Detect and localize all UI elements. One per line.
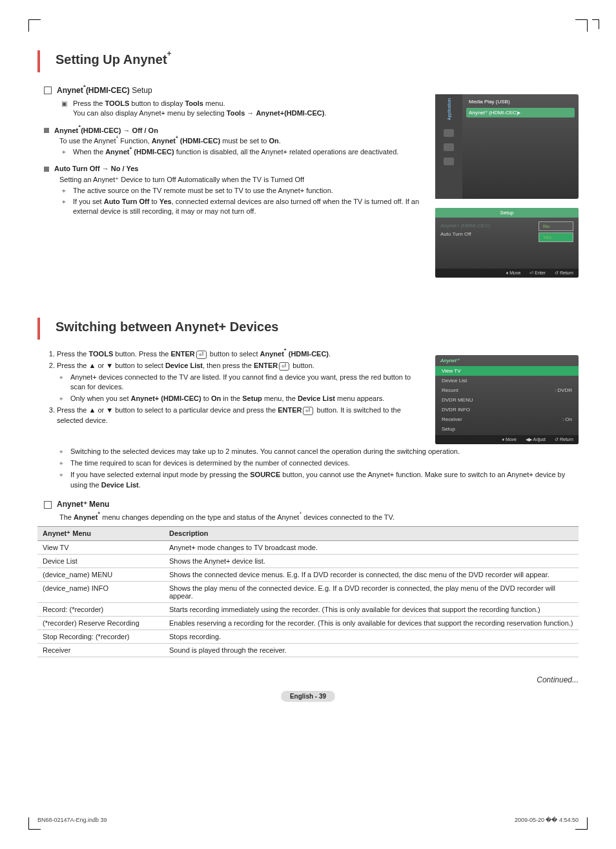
crop-mark xyxy=(28,19,41,32)
table-row: (device_name) INFOShows the play menu of… xyxy=(37,581,579,602)
menu-item: DVDR MENU xyxy=(435,395,579,405)
section-title: Switching between Anynet+ Devices xyxy=(37,318,579,340)
note-icon: ⌖ xyxy=(59,198,68,216)
menu-item: Anynet+ (HDMI-CEC) xyxy=(440,221,533,230)
table-cell-desc: Enables reserving a recording for the re… xyxy=(164,616,579,629)
hint-adjust: ◀▶ Adjust xyxy=(526,437,546,442)
table-cell-desc: Anynet+ mode changes to TV broadcast mod… xyxy=(164,540,579,554)
table-cell-desc: Sound is played through the receiver. xyxy=(164,643,579,657)
table-row: Stop Recording: (*recorder)Stops recordi… xyxy=(37,629,579,643)
menu-title: Anynet⁺ xyxy=(435,355,579,366)
bullet-heading: Auto Turn Off → No / Yes xyxy=(44,165,425,172)
table-cell-desc: Starts recording immediately using the r… xyxy=(164,602,579,616)
menu-item: Device List xyxy=(435,376,579,385)
menu-item: DVDR INFO xyxy=(435,405,579,414)
step-1: Press the TOOLS button. Press the ENTER⏎… xyxy=(57,349,425,360)
table-cell-desc: Stops recording. xyxy=(164,629,579,643)
checkbox-icon xyxy=(44,501,52,509)
sidebar-icon xyxy=(444,129,454,137)
step-3: Press the ▲ or ▼ button to select to a p… xyxy=(57,405,425,426)
menu-list: View TVDevice ListRecord: DVDRDVDR MENUD… xyxy=(435,366,579,434)
checkbox-icon xyxy=(44,87,52,94)
bullet-heading: Anynet+(HDMI-CEC) → Off / On xyxy=(44,126,425,134)
footer-bar: ♦ Move ⏎ Enter ↺ Return xyxy=(435,269,579,278)
enter-icon: ⏎ xyxy=(196,351,207,359)
section-title: Setting Up Anynet+ xyxy=(37,50,579,72)
hint-return: ↺ Return xyxy=(555,437,573,442)
note-icon: ⌖ xyxy=(57,471,66,491)
footer-timestamp: 2009-05-20 �� 4:54:50 xyxy=(515,817,579,823)
tv-screenshot-anynet-menu: Anynet⁺ View TVDevice ListRecord: DVDRDV… xyxy=(435,355,579,444)
menu-item: Setup xyxy=(435,424,579,434)
table-row: Record: (*recorder)Starts recording imme… xyxy=(37,602,579,616)
body-text: To use the Anynet+ Function, Anynet+ (HD… xyxy=(59,136,425,157)
enter-icon: ⏎ xyxy=(303,407,313,415)
section-switching-devices: Switching between Anynet+ Devices Press … xyxy=(37,318,579,702)
footer-bar: ♦ Move ◀▶ Adjust ↺ Return xyxy=(435,435,579,444)
body-text: The Anynet+ menu changes depending on th… xyxy=(59,513,579,522)
tools-icon: ▣ xyxy=(59,99,68,118)
table-row: Device ListShows the Anynet+ device list… xyxy=(37,554,579,568)
note-icon: ⌖ xyxy=(59,187,68,196)
note-icon: ⌖ xyxy=(57,373,66,393)
note-icon: ⌖ xyxy=(59,148,68,157)
note-icon: ⌖ xyxy=(57,447,66,457)
anynet-menu-table: Anynet⁺ Menu Description View TVAnynet+ … xyxy=(37,526,579,657)
section-setting-up-anynet: Setting Up Anynet+ Anynet+(HDMI-CEC) Set… xyxy=(37,50,579,281)
table-header-menu: Anynet⁺ Menu xyxy=(37,526,164,540)
sidebar-icon xyxy=(444,143,454,151)
crop-mark xyxy=(575,19,588,32)
indent-block: ▣ Press the TOOLS button to display Tool… xyxy=(59,99,425,118)
table-cell-menu: (device_name) MENU xyxy=(37,568,164,581)
square-bullet-icon xyxy=(44,167,49,172)
enter-icon: ⏎ xyxy=(279,362,289,371)
sub-heading: Anynet+(HDMI-CEC) Setup xyxy=(44,85,425,95)
table-cell-desc: Shows the connected device menus. E.g. I… xyxy=(164,568,579,581)
sidebar-label: Application xyxy=(447,98,451,120)
note-icon: ⌖ xyxy=(57,394,66,404)
table-cell-menu: Record: (*recorder) xyxy=(37,602,164,616)
menu-item: View TV xyxy=(435,366,579,376)
note-icon: ⌖ xyxy=(57,459,66,469)
table-row: (device_name) MENUShows the connected de… xyxy=(37,568,579,581)
menu-item: Record: DVDR xyxy=(435,385,579,395)
menu-item: Receiver: On xyxy=(435,414,579,424)
body-text: Setting an Anynet⁺ Device to turn Off Au… xyxy=(59,175,425,216)
step-2: Press the ▲ or ▼ button to select Device… xyxy=(57,361,425,405)
hint-enter: ⏎ Enter xyxy=(529,271,546,276)
print-footer: BN68-02147A-Eng.indb 39 2009-05-20 �� 4:… xyxy=(37,817,579,823)
footer-filename: BN68-02147A-Eng.indb 39 xyxy=(37,817,107,823)
table-cell-menu: (device_name) INFO xyxy=(37,581,164,602)
crop-mark xyxy=(592,19,599,29)
menu-item-selected: Anynet⁺ (HDMI-CEC)▸ xyxy=(466,108,575,118)
table-header-desc: Description xyxy=(164,526,579,540)
table-cell-desc: Shows the play menu of the connected dev… xyxy=(164,581,579,602)
table-row: ReceiverSound is played through the rece… xyxy=(37,643,579,657)
table-row: View TVAnynet+ mode changes to TV broadc… xyxy=(37,540,579,554)
manual-page: Setting Up Anynet+ Anynet+(HDMI-CEC) Set… xyxy=(0,0,616,849)
hint-move: ♦ Move xyxy=(502,437,517,442)
menu-item: Auto Turn Off xyxy=(440,230,533,238)
sidebar-icon xyxy=(444,158,454,165)
option-yes-selected: Yes xyxy=(539,232,573,242)
table-cell-desc: Shows the Anynet+ device list. xyxy=(164,554,579,568)
sub-heading: Anynet⁺ Menu xyxy=(44,500,579,509)
notes: ⌖Switching to the selected devices may t… xyxy=(57,447,579,491)
menu-title: Setup xyxy=(435,208,579,218)
table-cell-menu: Stop Recording: (*recorder) xyxy=(37,629,164,643)
table-cell-menu: Device List xyxy=(37,554,164,568)
menu-item: Media Play (USB) xyxy=(466,97,575,107)
hint-return: ↺ Return xyxy=(555,271,573,276)
table-cell-menu: Receiver xyxy=(37,643,164,657)
tv-screenshot-setup-menu: Setup Anynet+ (HDMI-CEC) Auto Turn Off N… xyxy=(435,208,579,278)
table-cell-menu: View TV xyxy=(37,540,164,554)
hint-move: ♦ Move xyxy=(506,271,521,276)
option-no: No xyxy=(539,221,573,231)
square-bullet-icon xyxy=(44,128,49,133)
numbered-steps: Press the TOOLS button. Press the ENTER⏎… xyxy=(57,349,425,426)
continued-label: Continued... xyxy=(37,675,579,684)
tv-screenshot-application-menu: Application Media Play (USB) Anynet⁺ (HD… xyxy=(435,94,579,199)
table-cell-menu: (*recorder) Reserve Recording xyxy=(37,616,164,629)
page-number: English - 39 xyxy=(37,691,579,702)
table-row: (*recorder) Reserve RecordingEnables res… xyxy=(37,616,579,629)
